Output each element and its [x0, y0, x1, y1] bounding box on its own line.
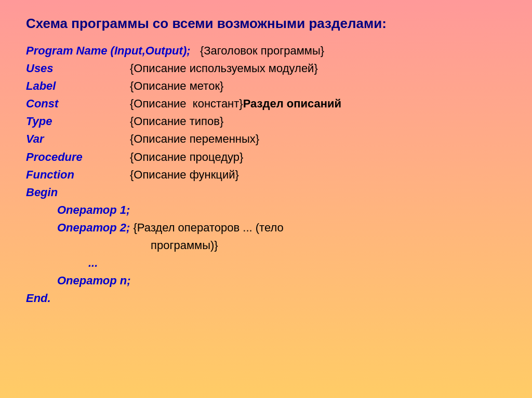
line-operator2: Оператор 2; {Раздел операторов ... (тело	[26, 219, 506, 237]
line-end: End.	[26, 290, 506, 307]
keyword-label: Label	[26, 77, 130, 95]
ellipsis-text: ...	[88, 254, 98, 272]
operatorn-text: Оператор n;	[57, 272, 131, 290]
comment-operator2-cont: программы)}	[88, 237, 218, 254]
comment-uses: {Описание используемых модулей}	[130, 60, 318, 77]
operator2-text: Оператор 2;	[57, 219, 130, 237]
keyword-var: Var	[26, 130, 130, 148]
line-const: Const{Описание констант} Раздел описаний	[26, 95, 506, 113]
comment-program: {Заголовок программы}	[191, 42, 325, 60]
bold-razdel: Раздел описаний	[243, 95, 341, 113]
keyword-uses: Uses	[26, 60, 130, 77]
keyword-program: Program Name (Input,Output);	[26, 42, 191, 60]
keyword-end: End.	[26, 290, 51, 307]
comment-procedure: {Описание процедур}	[130, 148, 243, 166]
line-uses: Uses{Описание используемых модулей}	[26, 60, 506, 77]
line-operator1: Оператор 1;	[26, 201, 506, 219]
keyword-begin: Begin	[26, 184, 58, 201]
operator1-text: Оператор 1;	[57, 201, 130, 219]
line-var: Var{Описание переменных}	[26, 130, 506, 148]
comment-function: {Описание функций}	[130, 166, 239, 184]
line-procedure: Procedure{Описание процедур}	[26, 148, 506, 166]
line-label: Label{Описание меток}	[26, 77, 506, 95]
keyword-procedure: Procedure	[26, 148, 130, 166]
slide-title: Схема программы со всеми возможными разд…	[26, 16, 506, 32]
comment-const: {Описание констант}	[130, 95, 243, 113]
line-operatorn: Оператор n;	[26, 272, 506, 290]
line-operator2-cont: программы)}	[26, 237, 506, 254]
line-function: Function{Описание функций}	[26, 166, 506, 184]
line-type: Type{Описание типов}	[26, 113, 506, 130]
slide: Схема программы со всеми возможными разд…	[0, 0, 532, 398]
keyword-type: Type	[26, 113, 130, 130]
comment-var: {Описание переменных}	[130, 130, 259, 148]
keyword-function: Function	[26, 166, 130, 184]
comment-type: {Описание типов}	[130, 113, 223, 130]
slide-content: Program Name (Input,Output); {Заголовок …	[26, 42, 506, 307]
line-program: Program Name (Input,Output); {Заголовок …	[26, 42, 506, 60]
comment-operator2: {Раздел операторов ... (тело	[130, 219, 283, 237]
line-begin: Begin	[26, 184, 506, 201]
comment-label: {Описание меток}	[130, 77, 223, 95]
keyword-const: Const	[26, 95, 130, 113]
line-ellipsis: ...	[26, 254, 506, 272]
